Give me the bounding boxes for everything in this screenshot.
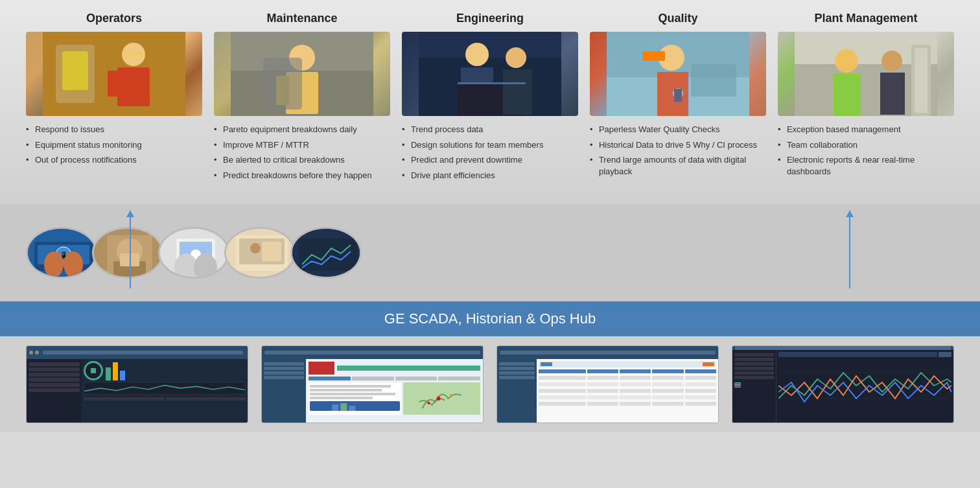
column-image-operators [26,32,202,116]
ss3-cell-2-3 [620,382,651,386]
ss3-cell-5-5 [685,402,716,406]
bullet-item-plant-mgmt-1: Team collaboration [778,139,954,151]
ss4-legend [734,382,774,388]
svg-rect-66 [341,403,347,411]
ss1-bar-1 [106,367,111,380]
bullet-list-quality: Paperless Water Quality ChecksHistorical… [590,124,766,181]
svg-point-70 [450,394,452,397]
ss3-btn-1 [541,362,552,366]
ss4-nav-6 [734,376,774,379]
svg-point-61 [250,243,261,253]
ss4-nav-1 [734,353,774,356]
oval-images-row: 📱 [26,227,362,279]
svg-rect-37 [880,73,905,115]
ss3-row-3 [539,389,716,394]
oval-image-2 [92,227,163,279]
ss1-status-row [84,397,246,401]
ss3-row-1 [539,376,716,381]
ss3-col-3 [620,369,651,373]
bullet-item-operators-2: Out of process notifications [26,154,142,166]
ss2-tab [264,351,480,354]
svg-rect-21 [503,69,532,115]
ss3-cell-5-3 [620,402,651,406]
svg-rect-62 [262,242,281,261]
ss1-nav-6 [29,388,80,392]
ss3-cell-3-2 [587,389,618,393]
ss1-nav-1 [29,362,80,366]
ss1-tab [43,351,243,354]
bullet-item-engineering-0: Trend process data [402,124,543,135]
ss3-cell-2-4 [652,382,683,386]
column-title-engineering: Engineering [402,12,578,25]
ss2-nav-item-1 [309,377,351,380]
ss1-gauge-1 [84,361,103,380]
column-title-maintenance: Maintenance [214,12,390,25]
screenshot-2 [261,345,484,423]
ss4-sidebar [732,350,776,423]
bullet-item-plant-mgmt-0: Exception based management [778,124,954,135]
ss3-cell-3-3 [620,389,651,393]
ss2-body [262,359,483,423]
bullet-item-maintenance-2: Be alerted to critical breakdowns [214,154,372,166]
column-image-engineering [402,32,578,116]
ss2-nav-3 [264,371,304,375]
svg-rect-14 [263,58,302,110]
bullet-item-maintenance-1: Improve MTBF / MTTR [214,139,372,151]
top-section: Operators Respond to issuesEquipment sta… [0,0,980,204]
ss3-titlebar [497,346,718,359]
ss3-nav-4 [499,376,535,379]
bullet-item-engineering-1: Design solutions for team members [402,139,543,151]
bullet-list-engineering: Trend process dataDesign solutions for t… [402,124,543,185]
svg-rect-5 [137,71,150,97]
column-image-quality [590,32,766,116]
ss3-cell-4-4 [652,395,683,399]
bullet-item-quality-0: Paperless Water Quality Checks [590,124,766,135]
svg-point-36 [881,51,902,71]
ss3-tab [500,351,716,354]
column-title-plant-mgmt: Plant Management [778,12,954,25]
bullet-list-plant-mgmt: Exception based managementTeam collabora… [778,124,954,181]
ss4-nav-4 [734,367,774,370]
ss3-col-1 [539,369,585,373]
bullet-item-operators-0: Respond to issues [26,124,142,135]
ss3-cell-1-3 [620,376,651,380]
ss4-body [732,350,953,423]
bullet-item-operators-1: Equipment status monitoring [26,139,142,151]
svg-point-34 [835,49,858,73]
ss3-cell-2-2 [587,382,618,386]
ss1-titlebar [27,346,248,359]
middle-section: 📱 [0,204,980,301]
ss2-nav-1 [264,362,304,366]
ss1-nav-2 [29,367,80,371]
ss3-cell-4-3 [620,395,651,399]
ss3-cell-1-5 [685,376,716,380]
ss3-cell-5-1 [539,402,585,406]
ss4-nav-5 [734,371,774,375]
ss4-legend-1 [734,382,774,384]
column-title-quality: Quality [590,12,766,25]
ss2-nav-item-3 [395,377,438,380]
ss2-logo [309,362,334,375]
ss4-legend-2 [734,384,774,386]
ss1-dot-1 [29,351,33,354]
bullet-item-maintenance-0: Pareto equipment breakdowns daily [214,124,372,135]
screenshot-4 [732,345,954,423]
oval-image-5 [290,227,362,279]
column-maintenance: Maintenance Pareto equipment breakdowns … [214,12,390,185]
ss2-title [337,366,480,371]
bullet-list-maintenance: Pareto equipment breakdowns dailyImprove… [214,124,372,185]
ss1-body [27,359,248,423]
ss2-chart-mini [310,401,400,411]
ss4-nav-2 [734,358,774,361]
bullet-list-operators: Respond to issuesEquipment status monito… [26,124,142,170]
column-engineering: Engineering Trend process dataDesign sol… [402,12,578,185]
ss2-nav-item-4 [438,377,480,380]
screenshot-1 [26,345,248,423]
svg-point-6 [122,51,145,58]
ss3-cell-4-2 [587,395,618,399]
ss3-search [554,363,701,366]
ss4-legend-color-1 [734,382,741,384]
ss1-dot-2 [35,351,39,354]
ss3-cell-1-4 [652,376,683,380]
ss1-status-2 [166,397,246,401]
